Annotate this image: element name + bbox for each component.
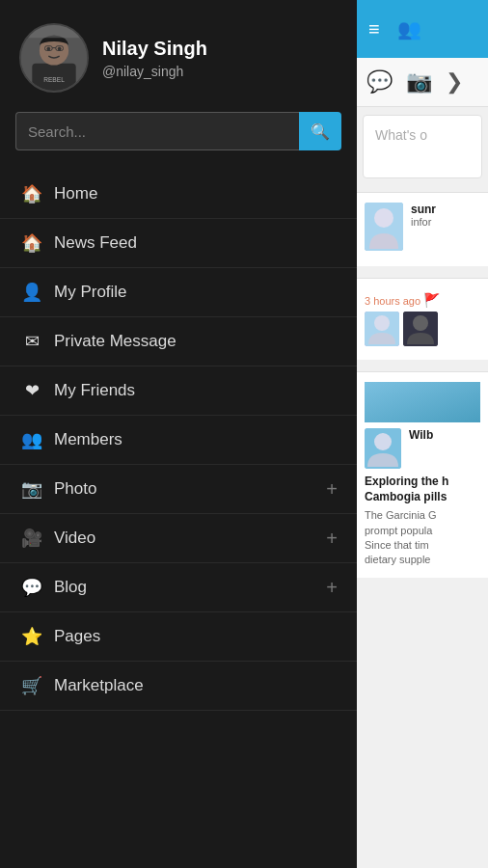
nav-plus-photo[interactable]: +: [326, 478, 338, 501]
post-content-3: Wilb: [409, 428, 433, 442]
pages-icon: ⭐: [19, 626, 44, 647]
search-section: 🔍: [0, 112, 357, 170]
feed-post-3: Wilb Exploring the hCambogia pills The G…: [357, 371, 488, 578]
post-time-2: 3 hours ago 🚩: [365, 292, 480, 308]
profile-info: Nilay Singh @nilay_singh: [102, 38, 207, 79]
nav-item-blog[interactable]: 💬Blog+: [0, 563, 357, 612]
nav-item-home[interactable]: 🏠Home: [0, 170, 357, 219]
svg-rect-17: [365, 382, 480, 422]
profile-name: Nilay Singh: [102, 38, 207, 60]
nav-item-members[interactable]: 👥Members: [0, 416, 357, 465]
home-icon: 🏠: [19, 183, 44, 204]
photo-icon: 📷: [19, 478, 44, 500]
post-large-thumb-3: [365, 382, 480, 422]
nav-menu: 🏠Home🏠News Feed👤My Profile✉Private Messa…: [0, 170, 357, 711]
svg-point-19: [374, 433, 392, 450]
post-box: What's o: [363, 115, 482, 178]
hamburger-icon[interactable]: ≡: [368, 18, 380, 41]
feed-post-2: 3 hours ago 🚩: [357, 278, 488, 360]
thumb-2: [403, 312, 438, 346]
nav-label-private-message: Private Message: [54, 332, 176, 351]
post-excerpt-3: The Garcinia Gprompt populaSince that ti…: [365, 508, 480, 568]
nav-label-pages: Pages: [54, 627, 100, 646]
nav-label-marketplace: Marketplace: [54, 676, 144, 695]
svg-point-11: [374, 208, 393, 228]
feed-post-1: sunr infor: [357, 192, 488, 266]
nav-plus-blog[interactable]: +: [326, 577, 338, 599]
search-button[interactable]: 🔍: [299, 112, 341, 150]
profile-handle: @nilay_singh: [102, 64, 207, 79]
post-avatar-1: [365, 203, 403, 251]
nav-label-members: Members: [54, 430, 122, 449]
camera-icon[interactable]: 📷: [406, 69, 432, 95]
nav-item-pages[interactable]: ⭐Pages: [0, 612, 357, 662]
svg-rect-9: [21, 25, 87, 38]
people-icon[interactable]: 👥: [397, 17, 421, 41]
nav-label-blog: Blog: [54, 578, 87, 597]
marketplace-icon: 🛒: [19, 675, 44, 696]
right-header: ≡ 👥: [357, 0, 488, 58]
post-username-3: Wilb: [409, 428, 433, 442]
svg-point-15: [413, 315, 428, 331]
nav-label-my-friends: My Friends: [54, 381, 135, 400]
members-icon: 👥: [19, 429, 44, 450]
post-user-row-3: Wilb: [365, 428, 480, 469]
post-title-3: Exploring the hCambogia pills: [365, 475, 480, 504]
right-panel: ≡ 👥 💬 📷 ❯ What's o sunr infor: [357, 0, 488, 868]
whats-on-mind[interactable]: What's o: [375, 127, 470, 166]
sidebar: REBEL Nilay Si: [0, 0, 357, 868]
thumb-1: [365, 312, 399, 346]
private-message-icon: ✉: [19, 331, 44, 352]
svg-point-4: [46, 47, 50, 51]
nav-item-my-profile[interactable]: 👤My Profile: [0, 268, 357, 317]
search-icon: 🔍: [311, 122, 330, 141]
post-avatar-3: [365, 428, 401, 469]
post-text-1: sunr infor: [411, 203, 436, 228]
svg-text:REBEL: REBEL: [43, 76, 65, 83]
arrow-icon[interactable]: ❯: [446, 69, 463, 95]
profile-section: REBEL Nilay Si: [0, 0, 357, 112]
svg-point-5: [58, 47, 62, 51]
blog-icon: 💬: [19, 577, 44, 598]
svg-point-13: [374, 315, 390, 331]
nav-item-private-message[interactable]: ✉Private Message: [0, 317, 357, 366]
nav-item-news-feed[interactable]: 🏠News Feed: [0, 219, 357, 268]
video-icon: 🎥: [19, 528, 44, 549]
action-icons-row: 💬 📷 ❯: [357, 58, 488, 107]
post-info-1: infor: [411, 216, 436, 228]
nav-label-home: Home: [54, 184, 97, 203]
nav-item-video[interactable]: 🎥Video+: [0, 514, 357, 563]
post-username-1: sunr: [411, 203, 436, 216]
search-input[interactable]: [15, 112, 299, 150]
nav-label-news-feed: News Feed: [54, 233, 137, 253]
my-profile-icon: 👤: [19, 282, 44, 303]
my-friends-icon: ❤: [19, 380, 44, 401]
nav-plus-video[interactable]: +: [326, 528, 338, 550]
comment-icon[interactable]: 💬: [366, 69, 393, 95]
nav-label-video: Video: [54, 529, 95, 548]
avatar: REBEL: [19, 23, 89, 93]
news-feed-icon: 🏠: [19, 232, 44, 254]
nav-label-photo: Photo: [54, 479, 96, 499]
nav-item-marketplace[interactable]: 🛒Marketplace: [0, 662, 357, 711]
nav-item-my-friends[interactable]: ❤My Friends: [0, 366, 357, 416]
nav-label-my-profile: My Profile: [54, 283, 127, 302]
nav-item-photo[interactable]: 📷Photo+: [0, 465, 357, 514]
post-thumbnails-2: [365, 312, 480, 346]
